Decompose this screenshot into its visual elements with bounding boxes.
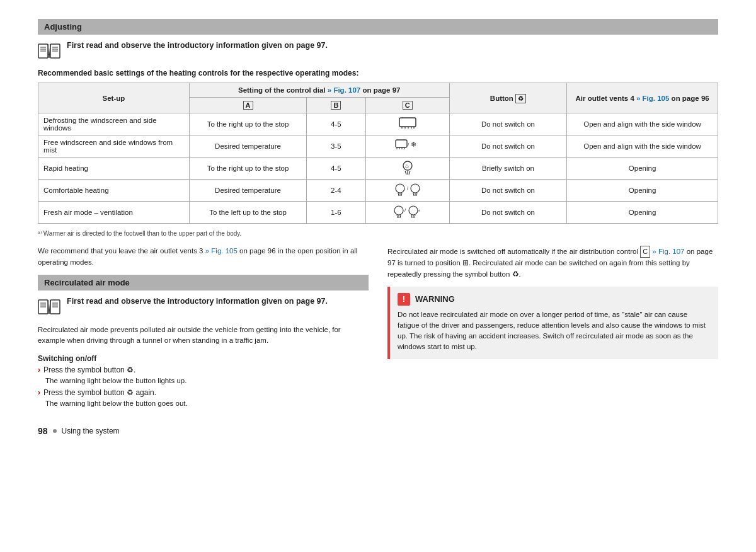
footer-label: Using the system (62, 427, 120, 435)
svg-text:/: / (408, 142, 410, 147)
row3-c: ♨ (365, 158, 449, 180)
footer-divider (53, 429, 57, 433)
warning-box: ! WARNING Do not leave recirculated air … (387, 287, 718, 359)
warning-title: WARNING (415, 294, 455, 304)
step2-text: Press the symbol button ♻ again. (43, 388, 156, 397)
row2-button: Do not switch on (449, 135, 566, 158)
defrost-icon (399, 117, 416, 130)
fig105-link[interactable]: » Fig. 105 (636, 95, 669, 102)
row1-button: Do not switch on (449, 113, 566, 135)
footnote-text: ᵃ⁾ Warmer air is directed to the footwel… (38, 230, 718, 237)
row2-a: Desired temperature (189, 135, 306, 158)
svg-line-34 (413, 193, 414, 196)
row2-b: 3-5 (307, 135, 365, 158)
svg-point-37 (394, 206, 403, 215)
setup-col-header: Set-up (38, 83, 190, 113)
row1-c (365, 113, 449, 135)
switching-title: Switching on/off (38, 354, 369, 363)
svg-text:/: / (407, 185, 409, 191)
svg-line-36 (416, 193, 417, 196)
switching-step2: › Press the symbol button ♻ again. (38, 388, 369, 397)
demist-icon: / ❄ (395, 139, 420, 152)
air-outlet-col-header: Air outlet vents 4 » Fig. 105 on page 96 (567, 83, 718, 113)
svg-text:❄: ❄ (411, 141, 416, 148)
right-para: Recirculated air mode is switched off au… (387, 246, 718, 280)
warning-icon: ! (398, 293, 410, 306)
row3-button: Briefly switch on (449, 158, 566, 180)
fig107-link2[interactable]: » Fig. 107 (652, 248, 684, 255)
adjusting-section: Adjusting First read and observe the int… (38, 19, 718, 407)
row5-c: / ᵃ (365, 202, 449, 224)
svg-line-38 (397, 215, 398, 218)
table-row: Rapid heating To the right up to the sto… (38, 158, 718, 180)
svg-line-24 (405, 171, 406, 175)
result1-text: The warning light below the button light… (45, 377, 369, 384)
recirculated-intro-text: First read and observe the introductory … (67, 297, 328, 306)
row5-button: Do not switch on (449, 202, 566, 224)
left-column: We recommend that you leave the air outl… (38, 246, 369, 407)
arrow-icon-1: › (38, 365, 40, 374)
row1-b: 4-5 (307, 113, 365, 135)
svg-line-43 (411, 215, 412, 218)
row3-air: Opening (567, 158, 718, 180)
svg-line-45 (415, 215, 415, 218)
svg-line-26 (409, 171, 410, 175)
row4-b: 2-4 (307, 180, 365, 202)
table-row: Comfortable heating Desired temperature … (38, 180, 718, 202)
svg-line-40 (400, 215, 401, 218)
row1-setup: Defrosting the windscreen and side windo… (38, 113, 190, 135)
row4-button: Do not switch on (449, 180, 566, 202)
svg-line-29 (398, 193, 399, 196)
left-para: We recommend that you leave the air outl… (38, 246, 369, 268)
table-row: Free windscreen and side windows from mi… (38, 135, 718, 158)
svg-point-33 (411, 184, 420, 193)
fig105-link2[interactable]: » Fig. 105 (205, 247, 238, 255)
row1-air: Open and align with the side window (567, 113, 718, 135)
arrow-icon-2: › (38, 388, 40, 397)
button-col-header: Button ♻ (449, 83, 566, 113)
result2-text: The warning light below the button goes … (45, 400, 369, 407)
row2-setup: Free windscreen and side windows from mi… (38, 135, 190, 158)
recirculated-body: Recirculated air mode prevents polluted … (38, 325, 369, 347)
row4-c: / (365, 180, 449, 202)
setting-col-header: Setting of the control dial » Fig. 107 o… (189, 83, 449, 98)
row3-setup: Rapid heating (38, 158, 190, 180)
rapid-heat-icon: ♨ (399, 161, 416, 175)
switching-step1: › Press the symbol button ♻. (38, 365, 369, 374)
intro-box: First read and observe the introductory … (38, 41, 718, 61)
svg-text:♨: ♨ (404, 163, 410, 169)
book-icon (38, 42, 60, 61)
row3-a: To the right up to the stop (189, 158, 306, 180)
svg-point-28 (396, 184, 404, 193)
book-icon-2 (38, 298, 60, 317)
two-col-section: We recommend that you leave the air outl… (38, 246, 718, 407)
table-row: Fresh air mode – ventilation To the left… (38, 202, 718, 224)
comfort-heat-icon: / (394, 183, 421, 197)
row2-c: / ❄ (365, 135, 449, 158)
intro-text: First read and observe the introductory … (67, 41, 328, 50)
right-column: Recirculated air mode is switched off au… (387, 246, 718, 407)
svg-point-42 (409, 206, 418, 215)
row5-air: Opening (567, 202, 718, 224)
adjusting-header: Adjusting (38, 19, 718, 35)
table-row: Defrosting the windscreen and side windo… (38, 113, 718, 135)
fresh-air-icon: / ᵃ (392, 205, 423, 219)
svg-rect-10 (399, 118, 416, 127)
fig107-link[interactable]: » Fig. 107 (328, 86, 360, 94)
row4-setup: Comfortable heating (38, 180, 190, 202)
warning-header: ! WARNING (398, 293, 711, 306)
row2-air: Open and align with the side window (567, 135, 718, 158)
recirculated-intro-box: First read and observe the introductory … (38, 297, 369, 317)
col-a-header: A (189, 98, 306, 113)
row5-setup: Fresh air mode – ventilation (38, 202, 190, 224)
row4-air: Opening (567, 180, 718, 202)
settings-table: Set-up Setting of the control dial » Fig… (38, 83, 718, 224)
row5-a: To the left up to the stop (189, 202, 306, 224)
svg-line-31 (401, 193, 402, 196)
page-footer: 98 Using the system (38, 426, 718, 436)
svg-text:/: / (404, 207, 406, 213)
page-number: 98 (38, 426, 48, 436)
warning-text: Do not leave recirculated air mode on ov… (398, 309, 711, 353)
svg-rect-16 (396, 140, 407, 147)
row1-a: To the right up to the stop (189, 113, 306, 135)
